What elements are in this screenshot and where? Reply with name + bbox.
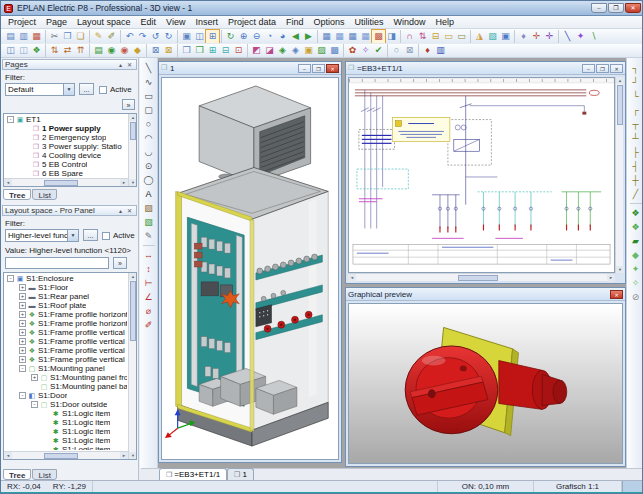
layout-tree-item[interactable]: - ▢ S1:Door outside (5, 400, 127, 409)
toolbar-icon[interactable]: ▣ (302, 44, 315, 57)
toolbar-icon[interactable]: ▩ (372, 30, 385, 43)
toolbar-icon[interactable]: ◯ (142, 173, 156, 187)
chevron-down-icon[interactable]: ▼ (63, 84, 74, 95)
expand-toggle-icon[interactable]: - (7, 275, 14, 282)
chevron-down-icon[interactable]: ▼ (67, 230, 78, 241)
toolbar-icon[interactable]: ✎ (142, 229, 156, 243)
scroll-left-icon[interactable]: ◄ (4, 179, 12, 187)
view3d-titlebar[interactable]: ❒ 1 – ❐ ✕ (159, 62, 341, 75)
toolbar-icon[interactable]: ◉ (105, 44, 118, 57)
pages-vertical-scrollbar[interactable]: ▲ ▼ (128, 114, 136, 186)
page-tree-item[interactable]: ❐ 2 Emergency stop (5, 133, 127, 142)
toolbar-icon[interactable]: ✛ (543, 30, 556, 43)
panel-tab[interactable]: Tree (3, 189, 31, 200)
toolbar-icon[interactable]: ❖ (629, 220, 643, 234)
scroll-right-icon[interactable]: ► (120, 452, 128, 460)
toolbar-icon[interactable]: ❒ (193, 44, 206, 57)
toolbar-icon[interactable]: ◔ (263, 30, 276, 43)
menu-item[interactable]: Utilities (350, 16, 389, 28)
toolbar-icon[interactable]: ◨ (385, 30, 398, 43)
toolbar-icon[interactable]: ⊞ (206, 30, 219, 43)
toolbar-icon[interactable]: ∩ (403, 30, 416, 43)
expand-toggle-icon[interactable]: - (19, 365, 26, 372)
toolbar-icon[interactable]: ╱ (629, 187, 643, 201)
scroll-thumb[interactable] (130, 122, 136, 140)
page-tree-item[interactable]: - ▣ ET1 (5, 115, 127, 124)
menu-item[interactable]: Options (309, 16, 350, 28)
preview-canvas[interactable] (348, 303, 623, 464)
minimize-icon[interactable]: – (298, 64, 311, 73)
document-tab-3d[interactable]: ❒ 1 (227, 468, 254, 480)
expand-toggle-icon[interactable]: + (19, 302, 26, 309)
toolbar-icon[interactable]: ⌀ (142, 304, 156, 318)
preview-titlebar[interactable]: Graphical preview ✕ (346, 288, 625, 301)
toolbar-icon[interactable]: ✐ (142, 318, 156, 332)
toolbar-icon[interactable]: ⇄ (61, 44, 74, 57)
toolbar-icon[interactable]: ▭ (442, 30, 455, 43)
toolbar-icon[interactable]: ◉ (118, 44, 131, 57)
menu-item[interactable]: Help (431, 16, 460, 28)
toolbar-icon[interactable]: ✔ (372, 44, 385, 57)
toolbar-icon[interactable]: ▶ (302, 30, 315, 43)
toolbar-icon[interactable]: ┼ (629, 173, 643, 187)
toolbar-icon[interactable]: ◡ (142, 145, 156, 159)
panel-tab[interactable]: List (32, 469, 56, 480)
toolbar-icon[interactable]: ▢ (142, 103, 156, 117)
toolbar-icon[interactable]: ⊕ (237, 30, 250, 43)
maximize-button[interactable]: ❒ (608, 3, 624, 13)
close-icon[interactable]: ✕ (125, 61, 134, 68)
document-tab-schematic[interactable]: ❐ =EB3+ET1/1 (159, 468, 227, 480)
toolbar-icon[interactable]: ▨ (142, 201, 156, 215)
toolbar-icon[interactable]: ○ (142, 117, 156, 131)
menu-item[interactable]: Window (389, 16, 431, 28)
layout-tree-item[interactable]: - ◧ S1:Door (5, 391, 127, 400)
toolbar-icon[interactable]: ◮ (473, 30, 486, 43)
scroll-thumb[interactable] (458, 275, 498, 281)
toolbar-icon[interactable]: ▦ (359, 30, 372, 43)
layout-vertical-scrollbar[interactable]: ▲ ▼ (128, 273, 136, 459)
toolbar-icon[interactable]: ┬ (629, 117, 643, 131)
expand-toggle-icon[interactable]: + (19, 356, 26, 363)
toolbar-icon[interactable]: ◫ (17, 44, 30, 57)
toolbar-icon[interactable]: ◆ (629, 248, 643, 262)
toolbar-icon[interactable]: ✛ (530, 30, 543, 43)
scroll-up-icon[interactable]: ▲ (616, 77, 624, 84)
layout-tree-item[interactable]: + ❖ S1:Frame profile vertical left b (5, 337, 127, 346)
layout-filter-combobox[interactable]: Higher-level func... ▼ (5, 229, 79, 242)
menu-item[interactable]: Page (41, 16, 72, 28)
expand-toggle-icon[interactable]: + (19, 347, 26, 354)
scroll-down-icon[interactable]: ▼ (129, 179, 137, 186)
toolbar-icon[interactable]: ❖ (30, 44, 43, 57)
expand-toggle-icon[interactable]: + (19, 329, 26, 336)
toolbar-icon[interactable]: ▦ (30, 30, 43, 43)
close-icon[interactable]: ✕ (610, 64, 623, 73)
toolbar-icon[interactable]: ⊠ (149, 44, 162, 57)
pages-horizontal-scrollbar[interactable]: ◄ ► (4, 178, 128, 186)
toolbar-icon[interactable]: ↶ (123, 30, 136, 43)
toolbar-icon[interactable]: ⊠ (403, 44, 416, 57)
toolbar-icon[interactable]: ╲ (142, 61, 156, 75)
layout-tree-item[interactable]: + ▬ S1:Roof plate (5, 301, 127, 310)
toolbar-icon[interactable]: ▦ (333, 30, 346, 43)
toolbar-icon[interactable]: ↺ (149, 30, 162, 43)
toolbar-icon[interactable]: ╲ (561, 30, 574, 43)
layout-tree-item[interactable]: + ▬ S1:Rear panel (5, 292, 127, 301)
minimize-icon[interactable]: – (582, 64, 595, 73)
expand-toggle-icon[interactable]: + (19, 311, 26, 318)
schematic-horizontal-scrollbar[interactable]: ◄ ► (348, 273, 615, 281)
restore-icon[interactable]: ❐ (596, 64, 609, 73)
layoutspace-panel-header[interactable]: Layout space - Pro Panel ▴ ✕ (2, 205, 137, 216)
toolbar-icon[interactable]: ▣ (499, 30, 512, 43)
scroll-down-icon[interactable]: ▼ (616, 266, 624, 273)
toolbar-icon[interactable]: ✧ (629, 276, 643, 290)
schematic-canvas[interactable] (348, 77, 615, 273)
scroll-left-icon[interactable]: ◄ (4, 452, 12, 460)
toolbar-icon[interactable]: ❖ (629, 206, 643, 220)
expand-toggle-icon[interactable]: + (31, 374, 38, 381)
toolbar-icon[interactable]: ├ (629, 145, 643, 159)
pages-active-checkbox[interactable] (99, 86, 107, 94)
page-tree-item[interactable]: ❐ 5 EB Control (5, 160, 127, 169)
layout-active-checkbox[interactable] (102, 232, 110, 240)
page-tree-item[interactable]: ❐ 4 Cooling device (5, 151, 127, 160)
scroll-thumb[interactable] (44, 180, 78, 186)
